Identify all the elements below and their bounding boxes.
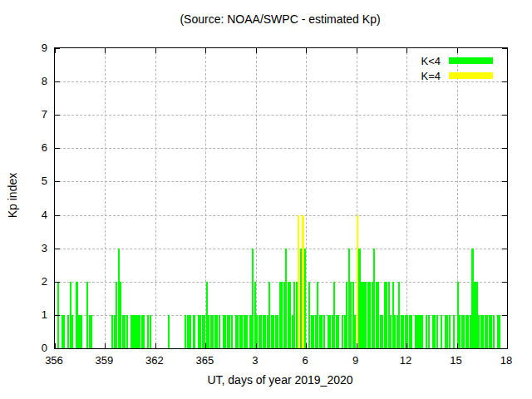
ytick-left-2 [55,282,60,283]
kp-bar-day357-slot0 [71,315,73,348]
legend-item-k-eq-4: K=4 [421,68,494,83]
kp-bar-day12-slot2 [411,315,412,348]
ytick-label-7: 7 [14,108,47,121]
xtick-label-365: 365 [188,354,221,367]
kp-bar-day12-slot7 [421,315,423,348]
gridline-y-7 [55,115,507,116]
ytick-label-4: 4 [14,209,47,221]
ytick-left-1 [55,315,60,316]
xtick-label-359: 359 [87,354,121,367]
gridline-y-5 [55,181,507,182]
ytick-label-1: 1 [14,308,47,321]
ytick-label-6: 6 [14,141,47,154]
gridline-x-6 [306,48,307,348]
xtick-top-2 [155,48,156,53]
kp-bar-day13-slot6 [436,315,438,348]
legend-label-k-eq-4: K=4 [421,70,441,82]
y-axis-title: Kp index [6,100,19,291]
ytick-right-2 [502,282,507,283]
ytick-left-7 [55,115,60,116]
kp-index-chart: (Source: NOAA/SWPC - estimated Kp) Kp in… [0,0,532,399]
xtick-label-356: 356 [37,354,71,367]
kp-bar-day17-slot4 [499,315,500,348]
ytick-right-5 [502,181,507,182]
kp-bar-day361-slot2 [143,315,145,348]
xtick-bottom-3 [205,343,206,348]
xtick-top-6 [357,48,357,53]
ytick-label-9: 9 [14,42,47,54]
ytick-right-4 [502,215,507,216]
ytick-label-3: 3 [14,242,47,254]
chart-title: (Source: NOAA/SWPC - estimated Kp) [54,12,506,26]
legend-swatch-k-lt-4 [449,57,493,64]
x-axis-title: UT, days of year 2019_2020 [54,373,506,387]
kp-bar-day365-slot6 [219,315,220,348]
kp-bar-day14-slot0 [441,315,442,348]
ytick-left-4 [55,215,60,216]
gridline-x-3 [256,48,257,348]
xtick-label-362: 362 [138,354,171,367]
kp-bar-day5-slot7 [304,249,306,348]
kp-bar-day360-slot2 [126,315,128,348]
ytick-label-0: 0 [14,342,47,354]
ytick-left-0 [55,348,60,349]
xtick-label-18: 18 [490,354,523,367]
plot-area: K<4 K=4 [54,47,508,349]
ytick-right-6 [502,148,507,149]
ytick-right-7 [502,115,507,116]
ytick-left-9 [55,48,60,49]
kp-bar-day357-slot4 [80,315,81,348]
ytick-right-3 [502,249,507,249]
ytick-left-5 [55,181,60,182]
kp-bar-day17-slot1 [493,315,495,348]
kp-bar-day14-slot4 [449,315,451,348]
kp-bar-day2-slot3 [245,315,247,348]
legend-item-k-lt-4: K<4 [421,53,494,68]
xtick-bottom-2 [155,343,156,348]
ytick-right-1 [502,315,507,316]
kp-bar-day14-slot6 [453,315,455,348]
legend-swatch-k-eq-4 [449,72,493,79]
xtick-top-9 [507,48,508,53]
xtick-label-6: 6 [288,354,322,367]
ytick-left-3 [55,249,60,249]
ytick-left-8 [55,81,60,82]
ytick-right-8 [502,81,507,82]
kp-bar-day361-slot5 [150,315,151,348]
kp-bar-day7-slot0 [323,315,325,348]
kp-bar-day358-slot1 [91,315,92,348]
xtick-bottom-6 [357,343,357,348]
xtick-bottom-4 [256,343,257,348]
gridline-x-12 [406,48,407,348]
gridline-y-3 [55,249,507,249]
xtick-bottom-9 [507,343,508,348]
ytick-label-2: 2 [14,275,47,288]
xtick-top-4 [256,48,257,53]
kp-bar-day364-slot2 [193,315,195,348]
xtick-bottom-8 [457,343,458,348]
xtick-bottom-7 [406,343,407,348]
kp-bar-day364-slot0 [189,315,190,348]
gridline-x-359 [105,48,106,348]
gridline-y-4 [55,215,507,216]
kp-bar-day13-slot2 [428,315,430,348]
gridline-y-6 [55,148,507,149]
xtick-top-7 [406,48,407,53]
ytick-right-0 [502,348,507,349]
xtick-bottom-1 [105,343,106,348]
ytick-label-5: 5 [14,175,47,187]
xtick-label-3: 3 [239,354,272,367]
xtick-top-1 [105,48,106,53]
kp-bar-day1-slot4 [231,315,233,348]
kp-bar-day356-slot4 [63,315,65,348]
xtick-label-9: 9 [339,354,372,367]
xtick-top-5 [306,48,307,53]
legend-label-k-lt-4: K<4 [421,55,441,67]
kp-bar-day7-slot7 [337,315,339,348]
xtick-top-3 [205,48,206,53]
ytick-right-9 [502,48,507,49]
legend: K<4 K=4 [421,53,494,83]
gridline-x-362 [155,48,156,348]
xtick-bottom-5 [306,343,307,348]
ytick-label-8: 8 [14,75,47,87]
